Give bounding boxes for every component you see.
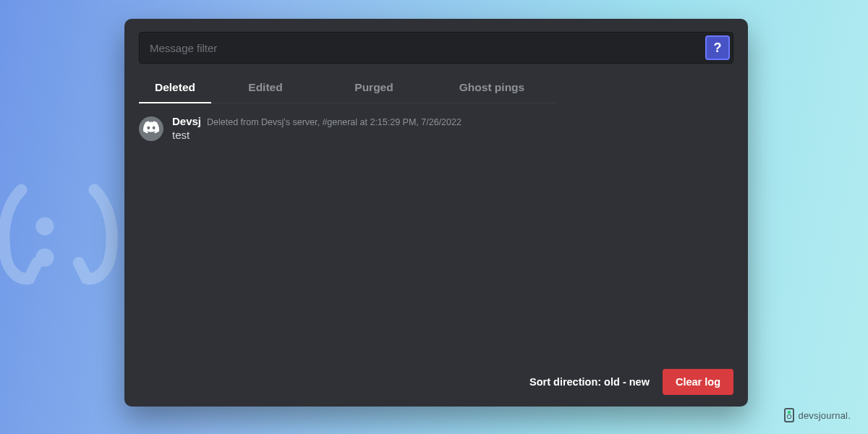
message-content: test bbox=[172, 129, 733, 141]
svg-point-1 bbox=[35, 248, 54, 266]
devsjournal-icon bbox=[784, 408, 794, 422]
tab-edited[interactable]: Edited bbox=[211, 74, 320, 103]
brand-text: devsjournal. bbox=[799, 410, 851, 421]
message-header: Devsj Deleted from Devsj's server, #gene… bbox=[172, 115, 733, 127]
brand-mark: devsjournal. bbox=[784, 408, 851, 422]
tab-deleted[interactable]: Deleted bbox=[139, 74, 211, 103]
message-meta: Deleted from Devsj's server, #general at… bbox=[207, 117, 461, 127]
message-filter-input[interactable] bbox=[142, 35, 699, 60]
search-row: ? bbox=[139, 32, 733, 64]
clear-log-button[interactable]: Clear log bbox=[663, 369, 733, 395]
tabs: Deleted Edited Purged Ghost pings bbox=[139, 74, 556, 103]
message-row: Devsj Deleted from Devsj's server, #gene… bbox=[139, 115, 733, 141]
tab-purged[interactable]: Purged bbox=[320, 74, 428, 103]
footer: Sort direction: old - new Clear log bbox=[139, 362, 733, 395]
message-author: Devsj bbox=[172, 115, 201, 127]
svg-point-0 bbox=[35, 217, 54, 235]
messages-list: Devsj Deleted from Devsj's server, #gene… bbox=[139, 103, 733, 362]
discord-watermark-icon bbox=[0, 159, 123, 304]
message-log-panel: ? Deleted Edited Purged Ghost pings Devs… bbox=[124, 19, 748, 407]
tab-ghost-pings[interactable]: Ghost pings bbox=[428, 74, 556, 103]
discord-icon bbox=[143, 121, 159, 137]
message-body: Devsj Deleted from Devsj's server, #gene… bbox=[172, 115, 733, 141]
avatar bbox=[139, 116, 163, 141]
sort-direction-toggle[interactable]: Sort direction: old - new bbox=[529, 376, 650, 388]
help-button[interactable]: ? bbox=[705, 35, 730, 60]
